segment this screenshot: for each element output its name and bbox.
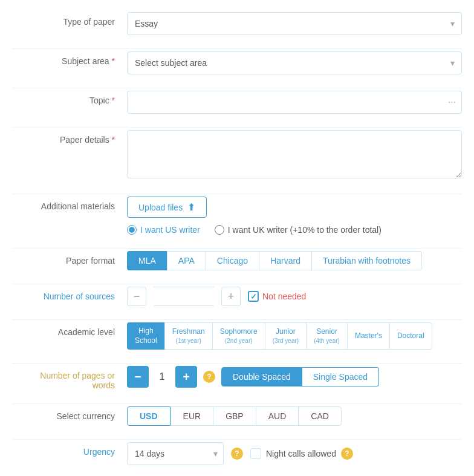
single-spaced-button[interactable]: Single Spaced (302, 367, 379, 386)
urgency-label: Urgency (12, 442, 127, 457)
academic-level-label: Academic level (12, 322, 127, 337)
double-spaced-button[interactable]: Double Spaced (221, 367, 302, 386)
currency-eur-button[interactable]: EUR (170, 406, 213, 426)
currency-cad-button[interactable]: CAD (298, 406, 342, 426)
sources-plus-button[interactable]: + (221, 287, 241, 306)
us-writer-option[interactable]: I want US writer (127, 225, 200, 235)
not-needed-label: Not needed (262, 292, 306, 301)
subject-area-select-wrapper[interactable]: Select subject area (127, 51, 462, 74)
format-harvard-button[interactable]: Harvard (259, 251, 311, 270)
additional-materials-row: Additional materials Upload files ⬆ I wa… (6, 197, 468, 235)
select-currency-control: USD EUR GBP AUD CAD (127, 406, 462, 426)
urgency-controls: 14 days 10 days 7 days 5 days 3 days 48 … (127, 442, 462, 465)
format-apa-button[interactable]: APA (167, 251, 206, 270)
topic-label: Topic * (12, 91, 127, 105)
sources-input[interactable] (154, 287, 214, 306)
type-of-paper-row: Type of paper Essay Research Paper Term … (6, 12, 468, 35)
urgency-select[interactable]: 14 days 10 days 7 days 5 days 3 days 48 … (127, 442, 224, 465)
paper-format-row: Paper format MLA APA Chicago Harvard Tur… (6, 251, 468, 270)
academic-doctoral-button[interactable]: Doctoral (389, 322, 432, 350)
academic-level-row: Academic level HighSchool Freshman(1st y… (6, 322, 468, 350)
pages-plus-button[interactable]: + (175, 366, 197, 388)
format-turabian-button[interactable]: Turabian with footnotes (311, 251, 422, 270)
currency-usd-button[interactable]: USD (127, 406, 170, 426)
us-writer-label: I want US writer (140, 225, 200, 235)
paper-details-label: Paper details * (12, 130, 127, 145)
uk-writer-option[interactable]: I want UK writer (+10% to the order tota… (215, 225, 381, 235)
number-of-sources-label: Number of sources (12, 287, 127, 301)
writer-preference-row: I want US writer I want UK writer (+10% … (127, 225, 462, 235)
currency-button-group: USD EUR GBP AUD CAD (127, 406, 462, 426)
uk-writer-label: I want UK writer (+10% to the order tota… (228, 225, 381, 235)
spacing-button-group: Double Spaced Single Spaced (221, 367, 379, 386)
academic-freshman-button[interactable]: Freshman(1st year) (164, 322, 212, 350)
select-currency-label: Select currency (12, 406, 127, 421)
urgency-control: 14 days 10 days 7 days 5 days 3 days 48 … (127, 442, 462, 465)
uk-writer-radio[interactable] (215, 225, 224, 235)
paper-details-row: Paper details * (6, 130, 468, 180)
additional-materials-label: Additional materials (12, 197, 127, 211)
upload-icon: ⬆ (187, 201, 195, 213)
topic-required: * (112, 96, 115, 105)
academic-masters-button[interactable]: Master's (347, 322, 389, 350)
academic-senior-button[interactable]: Senior(4th year) (306, 322, 347, 350)
urgency-row: Urgency 14 days 10 days 7 days 5 days 3 … (6, 442, 468, 465)
paper-format-label: Paper format (12, 251, 127, 266)
pages-controls: − 1 + ? Double Spaced Single Spaced (127, 366, 462, 388)
subject-area-label: Subject area * (12, 51, 127, 66)
type-of-paper-select[interactable]: Essay Research Paper Term Paper Thesis D… (127, 12, 462, 35)
not-needed-checkbox[interactable]: ✓ (248, 291, 259, 302)
academic-junior-button[interactable]: Junior(3rd year) (265, 322, 306, 350)
urgency-select-wrapper[interactable]: 14 days 10 days 7 days 5 days 3 days 48 … (127, 442, 224, 465)
academic-high-school-button[interactable]: HighSchool (127, 322, 164, 350)
currency-gbp-button[interactable]: GBP (213, 406, 256, 426)
format-button-group: MLA APA Chicago Harvard Turabian with fo… (127, 251, 462, 270)
format-mla-button[interactable]: MLA (127, 251, 167, 270)
topic-dots-icon[interactable]: ··· (448, 97, 456, 108)
type-of-paper-label: Type of paper (12, 12, 127, 27)
us-writer-radio[interactable] (127, 225, 137, 235)
sources-minus-button[interactable]: − (127, 287, 146, 306)
number-of-sources-row: Number of sources − + ✓ Not needed (6, 287, 468, 306)
number-of-pages-label: Number of pages or words (12, 366, 127, 390)
pages-minus-button[interactable]: − (127, 366, 149, 388)
topic-row: Topic * ··· (6, 91, 468, 114)
subject-area-row: Subject area * Select subject area (6, 51, 468, 74)
upload-label: Upload files (138, 203, 183, 212)
urgency-help-icon[interactable]: ? (231, 448, 243, 460)
topic-control: ··· (127, 91, 462, 114)
night-calls-label: Night calls allowed (266, 449, 336, 458)
select-currency-row: Select currency USD EUR GBP AUD CAD (6, 406, 468, 426)
number-of-sources-control: − + ✓ Not needed (127, 287, 462, 306)
night-calls-checkbox[interactable] (250, 448, 261, 459)
night-calls-help-icon[interactable]: ? (341, 448, 353, 460)
number-of-pages-control: − 1 + ? Double Spaced Single Spaced (127, 366, 462, 388)
academic-level-button-group: HighSchool Freshman(1st year) Sophomore(… (127, 322, 462, 350)
currency-aud-button[interactable]: AUD (256, 406, 299, 426)
pages-help-icon[interactable]: ? (203, 371, 215, 383)
subject-area-select[interactable]: Select subject area (127, 51, 462, 74)
sources-controls: − + ✓ Not needed (127, 287, 462, 306)
night-calls-group: Night calls allowed ? (250, 448, 353, 460)
pages-count-value: 1 (155, 371, 169, 382)
topic-input[interactable] (127, 91, 462, 114)
number-of-pages-row: Number of pages or words − 1 + ? Double … (6, 366, 468, 390)
upload-files-button[interactable]: Upload files ⬆ (127, 197, 207, 218)
subject-area-required: * (112, 56, 115, 66)
additional-materials-control: Upload files ⬆ I want US writer I want U… (127, 197, 462, 235)
subject-area-control: Select subject area (127, 51, 462, 74)
paper-format-control: MLA APA Chicago Harvard Turabian with fo… (127, 251, 462, 270)
type-of-paper-select-wrapper[interactable]: Essay Research Paper Term Paper Thesis D… (127, 12, 462, 35)
topic-input-wrapper: ··· (127, 91, 462, 114)
paper-details-textarea[interactable] (127, 130, 462, 178)
checkmark-icon: ✓ (250, 292, 257, 301)
paper-details-control (127, 130, 462, 180)
academic-level-control: HighSchool Freshman(1st year) Sophomore(… (127, 322, 462, 350)
not-needed-group: ✓ Not needed (248, 291, 306, 302)
format-chicago-button[interactable]: Chicago (206, 251, 259, 270)
type-of-paper-control: Essay Research Paper Term Paper Thesis D… (127, 12, 462, 35)
paper-details-required: * (112, 135, 115, 145)
academic-sophomore-button[interactable]: Sophomore(2nd year) (212, 322, 265, 350)
